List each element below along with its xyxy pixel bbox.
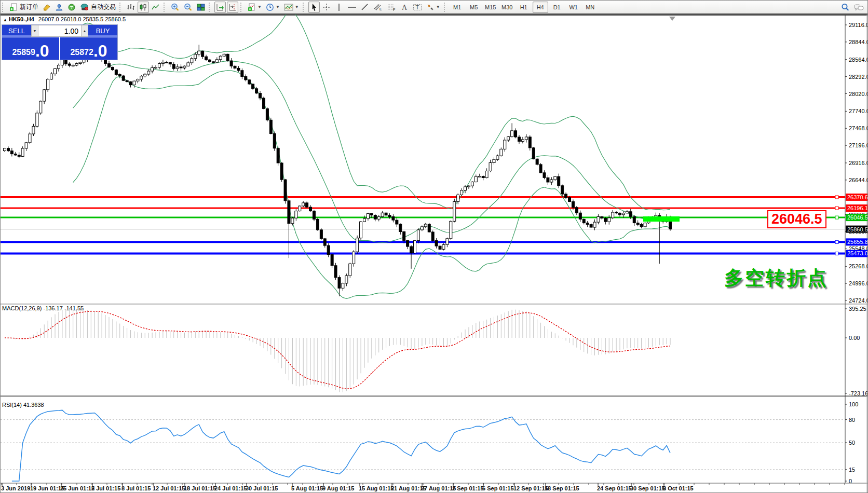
timeframe-m15-button[interactable]: M15	[483, 2, 498, 13]
candlestick-chart-button[interactable]	[138, 2, 149, 13]
timeframe-h1-button[interactable]: H1	[516, 2, 532, 13]
chinese-annotation-text[interactable]: 多空转折点	[724, 265, 828, 291]
toolbar-grip[interactable]	[2, 3, 6, 12]
equidistant-channel-button[interactable]: E	[372, 2, 384, 13]
templates-icon	[284, 3, 293, 11]
svg-text:29116.0: 29116.0	[849, 22, 868, 28]
line-chart-button[interactable]	[150, 2, 161, 13]
svg-text:28020.0: 28020.0	[849, 91, 868, 97]
crosshair-icon	[322, 3, 331, 11]
search-icon	[841, 3, 850, 11]
metaeditor-button[interactable]	[41, 2, 52, 13]
dropdown-caret-icon: ▼	[276, 5, 280, 9]
toolbar-grip[interactable]	[119, 3, 123, 12]
signals-button[interactable]	[66, 2, 77, 13]
timeframe-m30-button[interactable]: M30	[499, 2, 515, 13]
trendline-button[interactable]	[359, 2, 371, 13]
svg-text:50: 50	[849, 440, 855, 446]
svg-text:28564.0: 28564.0	[849, 57, 868, 63]
zoom-out-button[interactable]	[182, 2, 194, 13]
new-order-label: 新订单	[20, 3, 38, 11]
vertical-line-button[interactable]	[333, 2, 345, 13]
svg-text:8 Oct 01:15: 8 Oct 01:15	[663, 485, 694, 491]
chat-icon	[854, 3, 864, 11]
fibonacci-button[interactable]: F	[385, 2, 398, 13]
crosshair-button[interactable]	[321, 2, 332, 13]
equidistant-channel-icon: E	[373, 3, 383, 11]
sell-button[interactable]: SELL	[2, 25, 31, 37]
cursor-button[interactable]	[308, 2, 320, 13]
svg-text:18 Sep 01:15: 18 Sep 01:15	[545, 485, 579, 491]
macd-indicator-label: MACD(12,26,9) -136.17 -141.55	[2, 305, 84, 311]
periods-clock-icon	[266, 3, 274, 11]
toolbar-grip[interactable]	[164, 3, 167, 12]
zoom-in-button[interactable]	[169, 2, 181, 13]
text-label-button[interactable]: T	[411, 2, 424, 13]
svg-text:24 Sep 01:15: 24 Sep 01:15	[597, 485, 632, 491]
svg-text:5 Aug 01:15: 5 Aug 01:15	[291, 485, 323, 491]
horizontal-line-icon	[347, 3, 357, 11]
timeframe-m1-button[interactable]: M1	[450, 2, 465, 13]
svg-text:26644.0: 26644.0	[849, 177, 868, 183]
periods-button[interactable]: ▼	[264, 2, 281, 13]
trading-terminal-window: 新订单 自动交易	[0, 0, 868, 493]
chat-button[interactable]	[852, 2, 865, 13]
profile-button[interactable]	[53, 2, 65, 13]
new-order-button[interactable]: 新订单	[8, 2, 40, 13]
svg-text:15 Aug 01:15: 15 Aug 01:15	[359, 485, 394, 491]
candlestick-chart-icon	[139, 3, 147, 11]
templates-button[interactable]: ▼	[282, 2, 301, 13]
volume-increase-button[interactable]: ▲	[81, 25, 88, 37]
tile-windows-button[interactable]	[195, 2, 207, 13]
toolbar-grip[interactable]	[209, 3, 212, 12]
text-icon: A	[401, 3, 408, 11]
chart-symbol-header[interactable]: ▲HK50-,H426007.0 26018.0 25835.5 25860.5	[3, 16, 126, 22]
price-level-callout[interactable]: 26046.5	[767, 210, 826, 228]
svg-text:30 Sep 01:15: 30 Sep 01:15	[630, 485, 665, 491]
price-chart[interactable]: 29116.028844.028564.028292.028020.027740…	[1, 15, 868, 493]
svg-text:24 Jul 01:15: 24 Jul 01:15	[214, 485, 247, 491]
toolbar-grip[interactable]	[240, 3, 244, 12]
time-axis[interactable]: 3 Jun 201919 Jun 01:1525 Jun 01:152 Jul …	[1, 483, 845, 491]
auto-scroll-button[interactable]	[214, 2, 226, 13]
new-order-icon	[9, 3, 18, 11]
svg-text:25268.0: 25268.0	[849, 263, 868, 269]
arrows-button[interactable]: ▼	[425, 2, 442, 13]
svg-text:27196.0: 27196.0	[849, 142, 868, 148]
svg-text:3 Jun 2019: 3 Jun 2019	[1, 485, 30, 491]
svg-text:8 Jul 01:15: 8 Jul 01:15	[121, 485, 151, 491]
indicators-button[interactable]: ▼	[246, 2, 263, 13]
timeframe-mn-button[interactable]: MN	[582, 2, 598, 13]
chart-shift-button[interactable]	[227, 2, 238, 13]
timeframe-h4-button[interactable]: H4	[533, 2, 548, 13]
buy-price-display[interactable]: 25872.0	[60, 37, 117, 60]
sell-price-display[interactable]: 25859.0	[2, 37, 60, 60]
price-axis: 29116.028844.028564.028292.028020.027740…	[845, 22, 868, 304]
collapse-arrow-icon[interactable]: ▲	[3, 18, 7, 22]
timeframe-d1-button[interactable]: D1	[549, 2, 565, 13]
autotrading-button[interactable]: 自动交易	[78, 2, 117, 13]
search-button[interactable]	[839, 2, 851, 13]
toolbar-grip[interactable]	[303, 3, 306, 12]
bar-chart-button[interactable]	[125, 2, 137, 13]
cursor-icon	[310, 3, 318, 11]
svg-text:0: 0	[849, 478, 852, 484]
volume-input[interactable]: 1.00	[38, 25, 81, 37]
sell-price-main: 25859	[12, 48, 35, 57]
svg-text:25860.5: 25860.5	[847, 226, 868, 232]
timeframe-w1-button[interactable]: W1	[566, 2, 581, 13]
toolbar-grip[interactable]	[444, 3, 447, 12]
svg-text:27740.0: 27740.0	[849, 108, 868, 114]
dropdown-caret-icon: ▼	[436, 5, 440, 9]
buy-button[interactable]: BUY	[88, 25, 117, 37]
timeframe-m5-button[interactable]: M5	[466, 2, 482, 13]
horizontal-level-lines	[1, 196, 845, 255]
svg-text:A: A	[402, 4, 408, 11]
indicators-icon	[248, 3, 256, 11]
svg-text:25655.8: 25655.8	[847, 239, 868, 245]
horizontal-line-button[interactable]	[346, 2, 358, 13]
volume-decrease-button[interactable]: ▼	[31, 25, 38, 37]
text-button[interactable]: A	[399, 2, 410, 13]
trendline-icon	[361, 3, 369, 11]
highlight-bar	[643, 216, 680, 222]
